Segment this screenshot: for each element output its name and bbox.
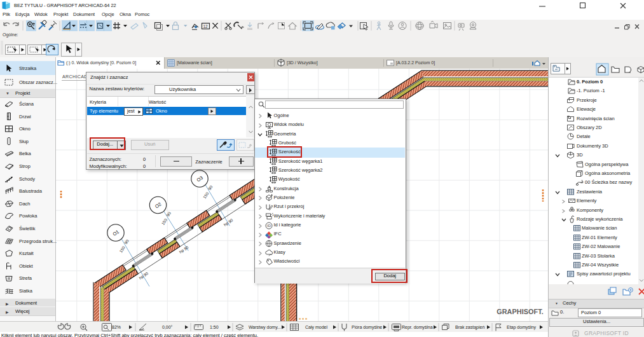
svg-text:150: 150 [118,245,126,253]
svg-text:ID: ID [267,224,271,228]
svg-text:90: 90 [165,210,172,217]
svg-text:150: 150 [202,191,210,199]
svg-text:hp 90: hp 90 [138,271,149,281]
svg-text:ARCHICAD: ARCHICAD [62,74,88,79]
svg-text:150: 150 [160,217,168,226]
svg-text:GRAPHISOFT.: GRAPHISOFT. [497,308,544,315]
svg-text:12: 12 [203,24,209,29]
svg-text:hp 90: hp 90 [223,217,235,228]
